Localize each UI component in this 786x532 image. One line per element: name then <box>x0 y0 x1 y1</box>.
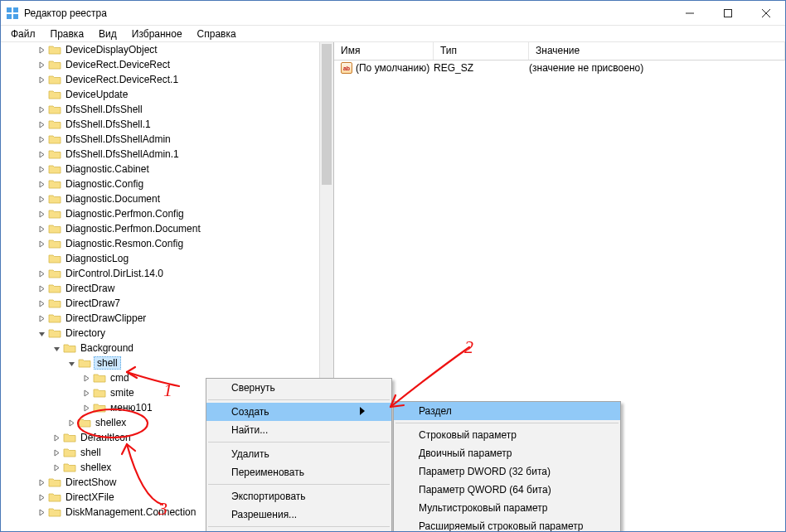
expander-icon[interactable] <box>36 270 47 278</box>
menu-help[interactable]: Справка <box>191 27 243 41</box>
ctx-create-string[interactable]: Строковый параметр <box>394 426 620 444</box>
tree-item[interactable]: DfsShell.DfsShell.1 <box>1 117 319 132</box>
expander-icon[interactable] <box>36 509 47 516</box>
ctx-find[interactable]: Найти... <box>206 421 391 439</box>
expander-icon[interactable] <box>80 375 92 382</box>
context-menu-create: Раздел Строковый параметр Двоичный парам… <box>393 401 621 532</box>
tree-item-label: DirectXFile <box>64 491 116 503</box>
expander-icon[interactable] <box>36 225 47 233</box>
value-name: (По умолчанию) <box>356 62 429 74</box>
ctx-permissions[interactable]: Разрешения... <box>206 505 391 524</box>
tree-item[interactable]: DeviceDisplayObject <box>1 42 319 57</box>
tree-item[interactable]: DiagnosticLog <box>1 251 319 266</box>
value-type: REG_SZ <box>434 62 529 74</box>
folder-icon <box>48 178 61 190</box>
expander-icon[interactable] <box>36 240 47 248</box>
menu-view[interactable]: Вид <box>92 27 124 41</box>
expander-icon[interactable] <box>51 449 62 457</box>
folder-icon <box>48 312 61 324</box>
expander-icon[interactable] <box>36 285 47 293</box>
ctx-rename[interactable]: Переименовать <box>206 463 391 481</box>
tree-item[interactable]: shell <box>1 355 319 370</box>
expander-icon[interactable] <box>36 106 47 114</box>
expander-icon[interactable] <box>36 46 47 54</box>
menu-edit[interactable]: Правка <box>44 27 91 41</box>
tree-item[interactable]: DfsShell.DfsShell <box>1 102 319 117</box>
expander-icon[interactable] <box>36 76 47 84</box>
window-title: Редактор реестра <box>24 7 671 19</box>
expander-icon[interactable] <box>51 434 62 442</box>
expander-icon[interactable] <box>36 61 47 69</box>
expander-icon[interactable] <box>51 345 62 352</box>
maximize-button[interactable] <box>709 1 747 25</box>
ctx-collapse[interactable]: Свернуть <box>206 379 391 397</box>
value-row[interactable]: ab (По умолчанию) REG_SZ (значение не пр… <box>334 60 785 75</box>
tree-item[interactable]: Directory <box>1 326 319 341</box>
tree-item[interactable]: DfsShell.DfsShellAdmin <box>1 132 319 147</box>
tree-item[interactable]: DirectDraw7 <box>1 296 319 311</box>
tree-item[interactable]: Diagnostic.Resmon.Config <box>1 236 319 251</box>
tree-item[interactable]: DirectDrawClipper <box>1 311 319 326</box>
ctx-create-binary[interactable]: Двоичный параметр <box>394 444 620 462</box>
tree-item-label: DefaultIcon <box>79 432 133 443</box>
ctx-create-key[interactable]: Раздел <box>394 402 620 420</box>
tree-item[interactable]: DeviceUpdate <box>1 87 319 102</box>
expander-icon[interactable] <box>36 300 47 307</box>
tree-item-label: cmd <box>109 372 131 384</box>
folder-icon <box>48 208 61 220</box>
menu-favorites[interactable]: Избранное <box>125 27 189 41</box>
tree-item[interactable]: Diagnostic.Perfmon.Config <box>1 206 319 221</box>
folder-icon <box>48 506 61 518</box>
expander-icon[interactable] <box>51 464 62 472</box>
expander-icon[interactable] <box>66 419 77 427</box>
expander-icon[interactable] <box>80 389 92 397</box>
expander-icon[interactable] <box>36 166 47 173</box>
tree-item[interactable]: Background <box>1 341 319 355</box>
col-name[interactable]: Имя <box>334 42 434 60</box>
ctx-create-qword[interactable]: Параметр QWORD (64 бита) <box>394 481 620 499</box>
expander-icon[interactable] <box>36 479 47 486</box>
close-button[interactable] <box>747 1 785 25</box>
tree-item-label: DirControl.DirList.14.0 <box>64 268 165 279</box>
minimize-button[interactable] <box>671 1 709 25</box>
tree-item-label: меню101 <box>109 402 154 414</box>
col-type[interactable]: Тип <box>434 42 529 60</box>
expander-icon[interactable] <box>80 404 92 412</box>
expander-icon[interactable] <box>66 360 77 367</box>
tree-item[interactable]: Diagnostic.Document <box>1 191 319 206</box>
tree-item-label: Directory <box>64 327 107 339</box>
tree-item-label: DeviceUpdate <box>64 89 129 100</box>
values-header: Имя Тип Значение <box>334 42 785 60</box>
folder-icon <box>48 163 61 175</box>
tree-item-label: DfsShell.DfsShellAdmin <box>64 133 172 145</box>
expander-icon[interactable] <box>36 494 47 501</box>
tree-item[interactable]: DeviceRect.DeviceRect.1 <box>1 72 319 87</box>
expander-icon[interactable] <box>36 151 47 158</box>
folder-icon <box>48 74 61 85</box>
ctx-create-multi[interactable]: Мультистроковый параметр <box>394 499 620 517</box>
tree-item[interactable]: DirControl.DirList.14.0 <box>1 266 319 281</box>
tree-item[interactable]: Diagnostic.Cabinet <box>1 162 319 177</box>
ctx-export[interactable]: Экспортировать <box>206 487 391 505</box>
menu-file[interactable]: Файл <box>4 27 42 41</box>
tree-item[interactable]: DfsShell.DfsShellAdmin.1 <box>1 147 319 162</box>
col-value[interactable]: Значение <box>529 42 785 60</box>
tree-item[interactable]: DirectDraw <box>1 281 319 296</box>
ctx-delete[interactable]: Удалить <box>206 445 391 463</box>
ctx-create-expand[interactable]: Расширяемый строковый параметр <box>394 517 620 532</box>
tree-item[interactable]: Diagnostic.Perfmon.Document <box>1 221 319 236</box>
expander-icon[interactable] <box>36 181 47 188</box>
tree-item-label: DiskManagement.Connection <box>64 506 197 518</box>
tree-item[interactable]: DeviceRect.DeviceRect <box>1 57 319 72</box>
expander-icon[interactable] <box>36 196 47 203</box>
tree-item-label: Background <box>79 342 135 354</box>
expander-icon[interactable] <box>36 136 47 143</box>
tree-item-label: Diagnostic.Cabinet <box>64 163 151 175</box>
tree-item[interactable]: Diagnostic.Config <box>1 177 319 191</box>
expander-icon[interactable] <box>36 210 47 218</box>
expander-icon[interactable] <box>36 121 47 128</box>
expander-icon[interactable] <box>36 330 47 337</box>
ctx-create[interactable]: Создать <box>206 403 391 421</box>
expander-icon[interactable] <box>36 315 47 322</box>
ctx-create-dword[interactable]: Параметр DWORD (32 бита) <box>394 462 620 481</box>
